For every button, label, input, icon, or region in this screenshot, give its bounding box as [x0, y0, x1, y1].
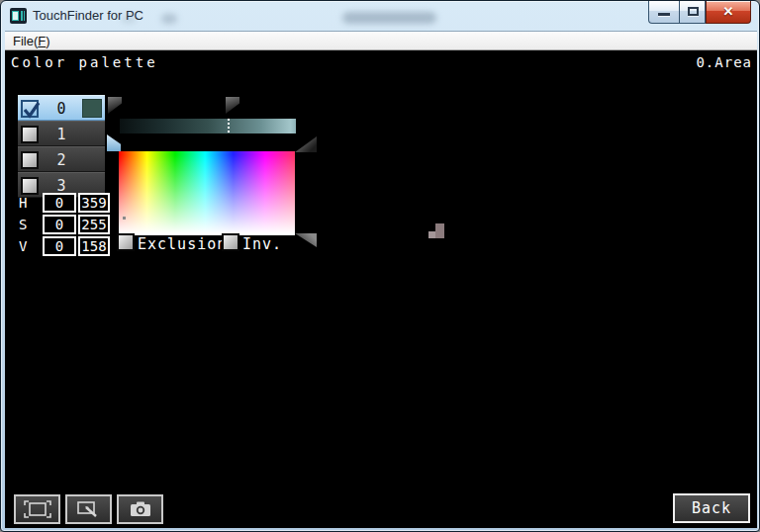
picker-cursor-dot [123, 217, 126, 220]
picker-corner-handle-topright[interactable] [295, 136, 317, 152]
window-controls: ✕ [648, 1, 751, 25]
palette-row-2[interactable]: 2 [18, 146, 105, 172]
fit-screen-button[interactable] [14, 494, 60, 524]
s-max-field[interactable]: 255 [78, 215, 110, 234]
glass-reflection [342, 12, 436, 24]
close-icon: ✕ [707, 4, 750, 19]
value-slider[interactable] [120, 119, 296, 133]
h-value-field[interactable]: 0 [43, 193, 76, 213]
v-max-field[interactable]: 158 [78, 236, 110, 256]
palette-list: 0 1 2 3 [18, 95, 105, 198]
inv-checkbox[interactable] [222, 233, 239, 251]
device-screen: Color palette 0.Area 0 1 2 [5, 50, 757, 528]
v-value-field[interactable]: 0 [43, 236, 76, 256]
color-swatch [82, 99, 102, 118]
hue-range-handle-current[interactable] [226, 97, 239, 114]
picker-corner-handle-bottomright[interactable] [295, 233, 317, 247]
back-button[interactable]: Back [673, 493, 750, 523]
maximize-button[interactable] [679, 1, 706, 24]
app-window: TouchFinder for PC ✕ File(F) Color palet… [0, 0, 760, 532]
palette-row-index: 2 [18, 151, 105, 169]
menu-bar: File(F) [5, 31, 757, 50]
glass-reflection [161, 14, 177, 24]
menu-file-label-suffix: ) [46, 34, 49, 48]
capture-button[interactable] [117, 494, 163, 524]
pointer-artifact [428, 223, 445, 239]
exclusion-checkbox[interactable] [117, 233, 135, 251]
s-value-field[interactable]: 0 [43, 215, 76, 234]
h-label: H [19, 195, 27, 211]
v-label: V [19, 238, 27, 254]
screen-adjust-button[interactable] [65, 494, 112, 524]
glass-reflection [122, 15, 136, 23]
minimize-icon [658, 13, 670, 16]
page-title: Color palette [11, 54, 158, 70]
app-icon [10, 8, 27, 24]
exclusion-label: Exclusion [138, 235, 227, 253]
maximize-icon [688, 7, 699, 16]
h-max-field[interactable]: 359 [78, 193, 110, 213]
value-slider-cursor [228, 119, 230, 133]
palette-row-index: 1 [18, 126, 105, 143]
hue-range-handle-low[interactable] [108, 97, 122, 114]
area-label: 0.Area [696, 54, 752, 70]
fit-screen-icon [24, 500, 51, 518]
title-bar[interactable]: TouchFinder for PC ✕ [1, 1, 760, 31]
palette-row-1[interactable]: 1 [18, 121, 105, 146]
menu-file-label: File( [13, 34, 38, 48]
minimize-button[interactable] [648, 1, 679, 24]
s-label: S [19, 217, 27, 232]
close-button[interactable]: ✕ [706, 1, 751, 24]
screen-tool-icon [76, 500, 102, 518]
picker-corner-handle-topleft[interactable] [107, 134, 121, 151]
camera-icon [129, 500, 152, 518]
hue-saturation-picker[interactable] [119, 151, 295, 235]
menu-file[interactable]: File(F) [5, 32, 58, 51]
palette-row-0[interactable]: 0 [18, 95, 105, 121]
inv-label: Inv. [242, 235, 282, 253]
